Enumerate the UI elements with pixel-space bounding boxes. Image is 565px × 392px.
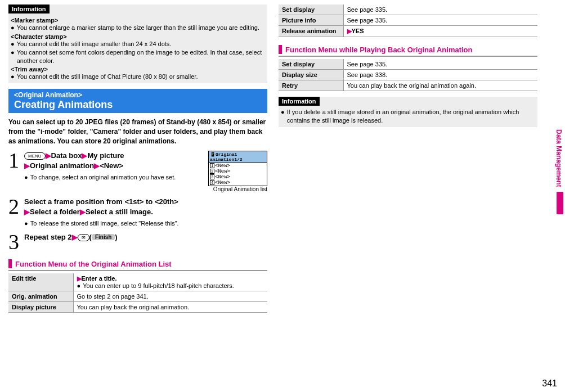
marker-stamp-label: <Marker stamp> [11,17,265,24]
info-right-bullet: If you delete a still image stored in an… [287,108,535,125]
side-tab: Data Management [555,129,565,225]
marker-bullet-1: You cannot enlarge a marker stamp to the… [17,24,259,32]
menu-button-icon: MENU [24,152,46,160]
information-label: Information [8,4,50,13]
bullet-icon: ● [11,40,15,48]
table-row-label: Display size [279,70,343,80]
table-row-value: See page 335. [343,15,537,26]
table-row-label: Display picture [8,302,73,313]
table-row-value: See page 335. [343,4,537,15]
section-sub-title: <Original Animation> [14,91,262,99]
trim-bullet-1: You cannot edit the still image of Chat … [17,73,198,81]
intro-text: You can select up to 20 JPEG files (20 f… [8,118,267,146]
table-row-value: See page 335. [343,59,537,70]
trim-away-label: <Trim away> [11,66,265,73]
information-label: Information [279,97,320,106]
arrow-icon: ▶ [80,208,86,216]
function-menu-heading-2: Function Menu while Playing Back Origina… [279,45,537,57]
table-row-value: You can play back the original animation… [343,80,537,91]
table-row-label: Picture info [279,15,343,26]
function-table-1: Edit title ▶Enter a title. ●You can ente… [8,273,267,313]
bullet-icon: ● [281,108,285,125]
finish-label: Finish [92,234,115,240]
char-bullet-1: You cannot edit the still image smaller … [17,40,172,48]
arrow-icon: ▶ [94,161,100,170]
table-row-value: You can play back the original animation… [73,302,267,313]
step-1-number: 1 [8,151,24,192]
character-stamp-label: <Character stamp> [11,33,265,40]
arrow-icon: ▶ [24,161,30,170]
side-tab-label: Data Management [555,129,563,187]
section-header: <Original Animation> Creating Animations [8,89,267,113]
bullet-icon: ● [11,73,15,81]
table-row-label: Release animation [279,26,343,37]
step-1-note: To change, select an original animation … [30,173,176,182]
table-row-label: Orig. animation [8,291,73,302]
arrow-icon: ▶ [46,151,51,160]
step-3-title: Repeat step 2▶✉(Finish) [24,232,267,242]
table-row-label: Set display [279,59,343,70]
function-table-3: Set display See page 335. Display size S… [279,59,537,91]
table-row-label: Edit title [8,273,73,291]
original-animation-screenshot: 📱Original animation1/2 1<New> 2<New> 3<N… [208,151,267,186]
side-tab-marker [557,192,563,214]
table-row-value: ▶Enter a title. ●You can enter up to 9 f… [73,273,267,291]
section-main-title: Creating Animations [14,99,262,111]
table-row-value: ▶YES [343,26,537,37]
information-box-right: Information ●If you delete a still image… [279,97,537,127]
page-number: 341 [542,379,557,389]
step-2-note: To release the stored still image, selec… [30,219,179,228]
bullet-icon: ● [11,48,15,65]
step-3-number: 3 [8,232,24,251]
bullet-icon: ● [24,219,28,228]
function-menu-heading-1: Function Menu of the Original Animation … [8,259,267,271]
information-box-left: Information <Marker stamp> ●You cannot e… [8,4,267,83]
table-row-value: See page 338. [343,70,537,80]
mail-button-icon: ✉ [78,234,89,241]
bullet-icon: ● [24,173,28,182]
arrow-icon: ▶ [72,233,78,241]
arrow-icon: ▶ [77,275,82,282]
table-row-value: Go to step 2 on page 341. [73,291,267,302]
arrow-icon: ▶ [347,28,352,34]
bullet-icon: ● [11,24,15,32]
step-2-number: 2 [8,197,24,228]
table-row-label: Set display [279,4,343,15]
char-bullet-2: You cannot set some font colors dependin… [17,48,265,65]
table-row-label: Retry [279,80,343,91]
function-table-2: Set display See page 335. Picture info S… [279,4,537,37]
step-2-title: Select a frame position from <1st> to <2… [24,197,267,217]
screenshot-caption: Original Animation list [205,186,267,192]
arrow-icon: ▶ [24,208,30,216]
arrow-icon: ▶ [82,151,87,160]
